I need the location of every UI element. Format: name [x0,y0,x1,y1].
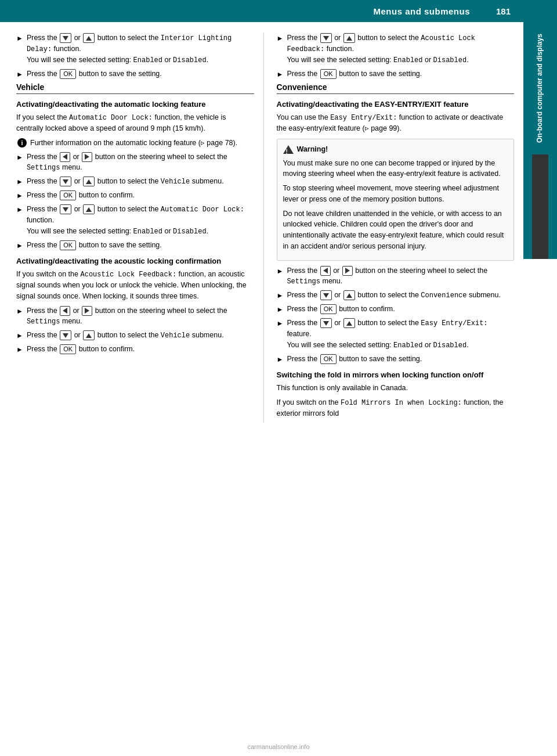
fold-mirrors-intro: This function is only available in Canad… [277,383,515,394]
right-btn [342,266,353,276]
bullet-content: Press the or button to select the Vehicl… [27,176,254,187]
right-btn [82,152,92,162]
bullet-item: ► Press the or button to select the Inte… [16,33,254,66]
bullet-arrow: ► [277,290,284,301]
up-btn [83,33,95,43]
right-tab-label: On-board computer and displays [536,34,545,143]
warning-title: Warning! [283,144,508,155]
bullet-content: Press the or button on the steering whee… [27,152,254,174]
right-tab-bar [532,154,548,259]
bullet-arrow: ► [16,69,23,80]
bullet-item: ► Press the or button on the steering wh… [277,265,515,287]
bullet-arrow: ► [277,69,284,80]
bullet-item: ► Press the OK button to save the settin… [277,354,515,365]
auto-lock-intro: If you select the Automatic Door Lock: f… [16,112,254,134]
bullet-arrow: ► [277,354,284,365]
ok-btn: OK [320,69,337,79]
bullet-content: Press the or button to select the Automa… [27,204,254,237]
down-btn [60,204,71,214]
bullet-arrow: ► [277,33,284,44]
bullet-item: ► Press the OK button to confirm. [16,190,254,201]
warning-label: Warning! [297,144,328,155]
bullet-item: ► Press the or button to select the Auto… [16,204,254,237]
up-btn [343,33,355,43]
bullet-content: Press the OK button to save the setting. [27,69,254,80]
bullet-arrow: ► [16,204,23,215]
bullet-arrow: ► [16,177,23,187]
easy-entry-intro: You can use the Easy Entry/Exit: functio… [277,112,515,134]
bullet-content: Press the or button on the steering whee… [27,305,254,327]
vehicle-section-heading: Vehicle [16,82,254,94]
left-column: ► Press the or button to select the Inte… [0,33,264,423]
warning-triangle-icon [283,145,294,154]
bullet-content: Press the OK button to save the setting. [287,69,514,80]
bullet-content: Press the OK button to confirm. [27,190,254,201]
down-btn [60,330,71,340]
bullet-item: ► Press the or button on the steering wh… [16,152,254,174]
bullet-item: ► Press the OK button to confirm. [16,344,254,355]
header-bar: Menus and submenus 181 [0,0,557,22]
down-btn [60,177,71,186]
info-icon: i [17,138,27,147]
bullet-arrow: ► [16,152,23,163]
bullet-arrow: ► [16,344,23,355]
bullet-content: Press the or button to select the Easy E… [287,318,514,351]
bullet-content: Press the or button to select the Vehicl… [27,330,254,341]
left-btn [320,266,331,276]
up-btn [343,290,355,300]
ok-btn: OK [60,69,76,79]
bullet-content: Press the or button to select the Acoust… [287,33,514,66]
down-btn [60,33,71,43]
bullet-item: ► Press the or button on the steering wh… [16,305,254,327]
warning-box: Warning! You must make sure no one can b… [277,139,515,261]
left-btn [60,306,70,316]
bullet-content: Press the OK button to save the setting. [27,240,254,251]
bullet-item: ► Press the OK button to confirm. [277,304,515,315]
bullet-item: ► Press the OK button to save the settin… [277,69,515,80]
info-bullet: i Further information on the automatic l… [16,138,254,149]
watermark: carmanualsonline.info [247,743,309,750]
right-tab: On-board computer and displays [523,22,557,259]
bullet-content: Press the or button to select the Interi… [27,33,254,66]
ok-btn: OK [320,354,337,364]
bullet-item: ► Press the or button to select the Vehi… [16,330,254,341]
acoustic-heading: Activating/deactivating the acoustic loc… [16,257,254,265]
bullet-arrow: ► [277,266,284,276]
info-text: Further information on the automatic loc… [30,138,237,149]
fold-mirrors-heading: Switching the fold in mirrors when locki… [277,370,515,379]
page-number: 181 [487,6,511,16]
ok-btn: OK [60,344,76,354]
bullet-content: Press the OK button to confirm. [27,344,254,355]
ok-btn: OK [60,190,76,200]
ok-btn: OK [60,240,76,250]
auto-lock-heading: Activating/deactivating the automatic lo… [16,100,254,109]
down-btn [320,318,332,328]
bullet-item: ► Press the OK button to save the settin… [16,69,254,80]
bullet-content: Press the or button on the steering whee… [287,265,514,287]
bullet-item: ► Press the or button to select the Acou… [277,33,515,66]
bullet-arrow: ► [16,306,23,316]
bullet-content: Press the or button to select the Conven… [287,290,514,301]
bullet-content: Press the OK button to confirm. [287,304,514,315]
bullet-item: ► Press the OK button to save the settin… [16,240,254,251]
right-btn [82,306,92,316]
bullet-arrow: ► [277,318,284,329]
main-content: ► Press the or button to select the Inte… [0,22,523,433]
convenience-section-heading: Convenience [277,82,515,94]
bullet-arrow: ► [16,190,23,201]
warning-para-1: You must make sure no one can become tra… [283,158,508,180]
fold-mirrors-text: If you switch on the Fold Mirrors In whe… [277,397,515,419]
up-btn [83,204,95,214]
bullet-item: ► Press the or button to select the Vehi… [16,176,254,187]
bullet-arrow: ► [16,33,23,44]
up-btn [83,177,95,186]
easy-entry-heading: Activating/deactivating the EASY-ENTRY/E… [277,100,515,109]
down-btn [320,290,332,300]
bullet-arrow: ► [16,240,23,251]
bullet-content: Press the OK button to save the setting. [287,354,514,365]
down-btn [320,33,332,43]
bullet-item: ► Press the or button to select the Easy… [277,318,515,351]
bullet-item: ► Press the or button to select the Conv… [277,290,515,301]
acoustic-intro: If you switch on the Acoustic Lock Feedb… [16,269,254,302]
warning-para-3: Do not leave children unattended in the … [283,208,508,252]
